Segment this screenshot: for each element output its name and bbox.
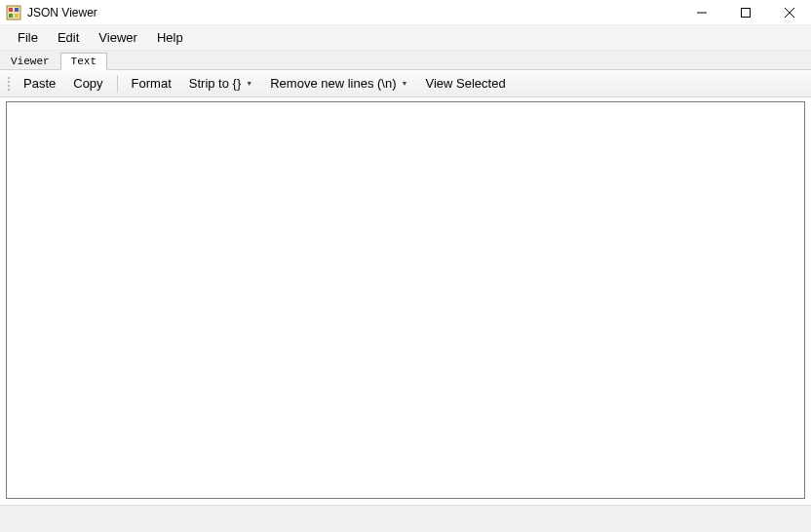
svg-rect-6 — [741, 9, 750, 18]
menu-edit[interactable]: Edit — [48, 26, 89, 49]
paste-button[interactable]: Paste — [16, 73, 63, 94]
svg-rect-4 — [15, 14, 19, 18]
maximize-button[interactable] — [723, 0, 767, 25]
menu-file[interactable]: File — [8, 26, 48, 49]
svg-rect-1 — [9, 8, 13, 12]
toolbar-separator — [117, 75, 118, 93]
titlebar: JSON Viewer — [0, 0, 811, 25]
text-editor[interactable] — [6, 101, 805, 499]
strip-to-button[interactable]: Strip to {} ▼ — [181, 73, 260, 94]
remove-newlines-label: Remove new lines (\n) — [270, 76, 396, 91]
copy-button[interactable]: Copy — [65, 73, 110, 94]
window-controls — [679, 0, 811, 24]
menu-help[interactable]: Help — [147, 26, 193, 49]
app-icon — [6, 5, 21, 20]
strip-to-label: Strip to {} — [189, 76, 241, 91]
format-button[interactable]: Format — [124, 73, 179, 94]
tab-viewer[interactable]: Viewer — [0, 53, 60, 69]
remove-newlines-button[interactable]: Remove new lines (\n) ▼ — [262, 73, 415, 94]
window-title: JSON Viewer — [27, 6, 679, 19]
content-area — [0, 97, 811, 505]
view-selected-button[interactable]: View Selected — [417, 73, 513, 94]
toolbar: Paste Copy Format Strip to {} ▼ Remove n… — [0, 70, 811, 97]
tabstrip: Viewer Text — [0, 51, 811, 70]
chevron-down-icon: ▼ — [246, 80, 252, 87]
menubar: File Edit Viewer Help — [0, 25, 811, 51]
menu-viewer[interactable]: Viewer — [89, 26, 147, 49]
svg-rect-3 — [9, 14, 13, 18]
minimize-button[interactable] — [679, 0, 723, 25]
toolbar-grip[interactable] — [8, 77, 10, 91]
tab-text[interactable]: Text — [60, 53, 107, 70]
chevron-down-icon: ▼ — [402, 80, 408, 87]
svg-rect-2 — [15, 8, 19, 12]
statusbar — [0, 505, 811, 532]
close-button[interactable] — [767, 0, 811, 25]
